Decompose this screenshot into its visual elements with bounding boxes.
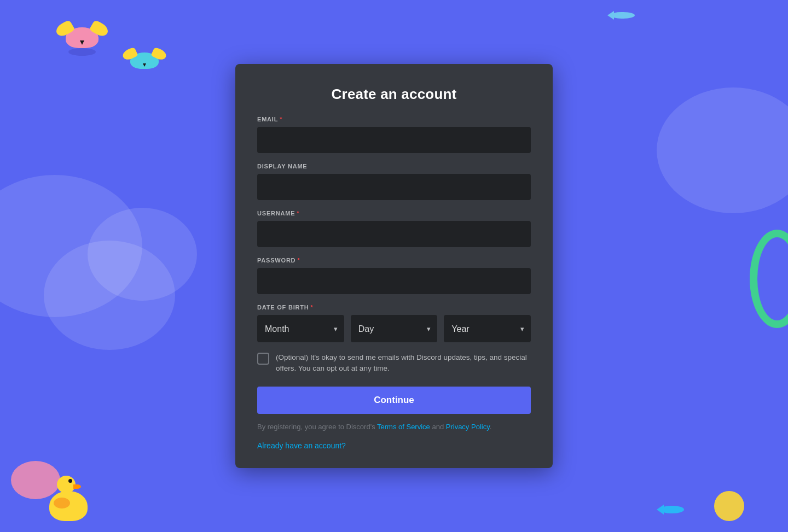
yellow-circle-decoration bbox=[714, 491, 744, 521]
username-group: USERNAME* bbox=[257, 210, 531, 247]
cloud-decoration bbox=[44, 241, 175, 350]
password-required-star: * bbox=[297, 257, 300, 264]
already-have-account-link[interactable]: Already have an account? bbox=[257, 441, 346, 450]
duck-decoration bbox=[49, 491, 88, 521]
username-required-star: * bbox=[297, 210, 299, 217]
email-opt-in-label: (Optional) It's okay to send me emails w… bbox=[276, 352, 531, 375]
bird-pink-decoration bbox=[66, 27, 99, 48]
bird-blue-decoration bbox=[130, 52, 159, 69]
year-select-wrap: Year202420232022202120202019201820172016… bbox=[444, 315, 531, 342]
display-name-group: DISPLAY NAME bbox=[257, 163, 531, 200]
cloud-decoration bbox=[657, 87, 788, 213]
privacy-policy-link[interactable]: Privacy Policy bbox=[446, 423, 490, 431]
email-label: EMAIL* bbox=[257, 116, 531, 122]
modal-title: Create an account bbox=[257, 86, 531, 103]
dob-row: MonthJanuaryFebruaryMarchAprilMayJuneJul… bbox=[257, 315, 531, 342]
email-group: EMAIL* bbox=[257, 116, 531, 153]
day-select[interactable]: Day1234567891011121314151617181920212223… bbox=[351, 315, 438, 342]
create-account-modal: Create an account EMAIL* DISPLAY NAME US… bbox=[235, 64, 553, 468]
email-opt-in-row: (Optional) It's okay to send me emails w… bbox=[257, 352, 531, 375]
dob-label: DATE OF BIRTH* bbox=[257, 304, 531, 311]
green-circle-decoration bbox=[750, 230, 788, 328]
day-select-wrap: Day1234567891011121314151617181920212223… bbox=[351, 315, 438, 342]
year-select[interactable]: Year202420232022202120202019201820172016… bbox=[444, 315, 531, 342]
fish-decoration bbox=[607, 10, 640, 21]
cloud-decoration bbox=[88, 208, 197, 301]
terms-of-service-link[interactable]: Terms of Service bbox=[377, 423, 430, 431]
dob-group: DATE OF BIRTH* MonthJanuaryFebruaryMarch… bbox=[257, 304, 531, 342]
email-input[interactable] bbox=[257, 127, 531, 153]
month-select[interactable]: MonthJanuaryFebruaryMarchAprilMayJuneJul… bbox=[257, 315, 344, 342]
pink-blob-decoration bbox=[11, 461, 60, 499]
display-name-label: DISPLAY NAME bbox=[257, 163, 531, 169]
username-label: USERNAME* bbox=[257, 210, 531, 217]
password-label: PASSWORD* bbox=[257, 257, 531, 264]
dob-required-star: * bbox=[311, 304, 314, 311]
email-opt-in-checkbox[interactable] bbox=[257, 353, 269, 365]
password-group: PASSWORD* bbox=[257, 257, 531, 294]
password-input[interactable] bbox=[257, 268, 531, 294]
email-required-star: * bbox=[280, 116, 282, 122]
fish-bottom-decoration bbox=[657, 504, 690, 516]
display-name-input[interactable] bbox=[257, 174, 531, 200]
month-select-wrap: MonthJanuaryFebruaryMarchAprilMayJuneJul… bbox=[257, 315, 344, 342]
username-input[interactable] bbox=[257, 221, 531, 247]
tos-text: By registering, you agree to Discord's T… bbox=[257, 422, 531, 432]
cloud-decoration bbox=[0, 175, 142, 317]
continue-button[interactable]: Continue bbox=[257, 387, 531, 414]
